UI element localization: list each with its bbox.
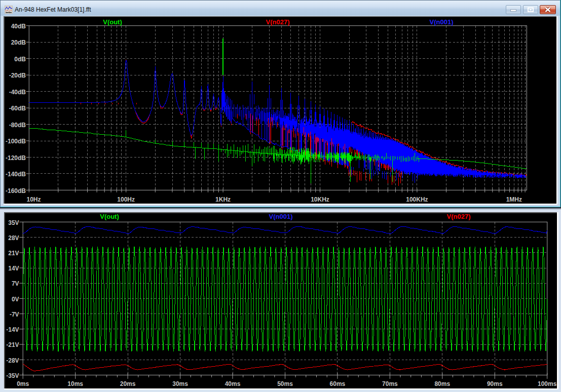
svg-text:60ms: 60ms [330,380,346,387]
svg-text:40ms: 40ms [225,380,241,387]
svg-text:-14V: -14V [6,326,19,333]
svg-text:V(n001): V(n001) [430,18,454,26]
svg-text:-60dB: -60dB [9,105,26,112]
svg-text:V(out): V(out) [100,213,119,220]
svg-text:21V: 21V [8,250,19,257]
svg-text:-80dB: -80dB [9,122,26,129]
svg-text:V(n027): V(n027) [266,18,290,26]
svg-text:1MHz: 1MHz [506,196,522,203]
svg-text:14V: 14V [8,265,19,272]
svg-text:80ms: 80ms [434,380,450,387]
svg-text:-120dB: -120dB [6,154,26,162]
svg-text:1KHz: 1KHz [215,196,231,203]
svg-text:70ms: 70ms [382,380,398,387]
svg-text:10KHz: 10KHz [311,196,329,203]
svg-text:10Hz: 10Hz [26,196,41,203]
svg-text:-7V: -7V [10,311,19,318]
svg-text:0V: 0V [12,296,19,303]
svg-text:0ms: 0ms [17,380,29,387]
svg-text:35V: 35V [8,219,19,226]
svg-text:-20dB: -20dB [9,72,26,79]
svg-text:28V: 28V [8,234,19,242]
svg-text:-140dB: -140dB [6,171,26,178]
svg-text:40dB: 40dB [11,23,26,30]
svg-text:0dB: 0dB [14,56,26,63]
svg-text:-100dB: -100dB [6,138,26,145]
svg-text:V(out): V(out) [103,18,122,26]
svg-text:-28V: -28V [6,357,19,364]
svg-text:-160dB: -160dB [6,187,26,194]
svg-text:V(n027): V(n027) [447,213,471,220]
svg-text:100Hz: 100Hz [117,196,135,203]
svg-text:30ms: 30ms [172,380,188,387]
svg-text:10ms: 10ms [67,380,83,387]
svg-text:20ms: 20ms [120,380,136,387]
svg-text:50ms: 50ms [277,380,293,387]
svg-text:20dB: 20dB [11,39,26,46]
svg-text:100ms: 100ms [538,380,557,387]
svg-text:-40dB: -40dB [9,89,26,96]
svg-text:90ms: 90ms [487,380,503,387]
svg-text:100KHz: 100KHz [406,196,428,203]
svg-text:V(n001): V(n001) [269,213,293,220]
svg-text:-21V: -21V [6,341,19,348]
svg-text:7V: 7V [12,280,19,287]
svg-text:-35V: -35V [6,372,19,379]
